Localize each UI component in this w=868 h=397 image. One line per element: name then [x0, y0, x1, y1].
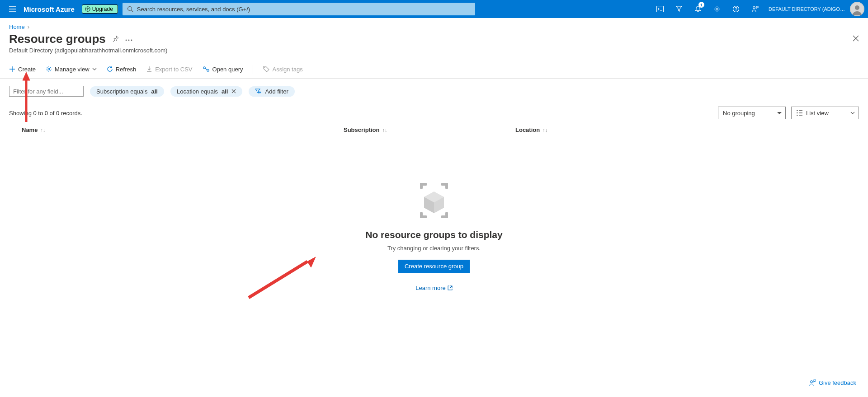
table-header: Name ↑↓ Subscription ↑↓ Location ↑↓ — [0, 122, 868, 138]
chevron-right-icon: › — [28, 23, 29, 30]
empty-hint: Try changing or clearing your filters. — [0, 245, 868, 252]
command-bar: Create Manage view Refresh Export to CSV… — [0, 60, 868, 79]
page-title: Resource groups — [9, 32, 106, 46]
settings-button[interactable] — [708, 0, 726, 18]
grouping-select[interactable]: No grouping — [718, 107, 786, 119]
more-button[interactable] — [125, 36, 132, 42]
manage-view-button[interactable]: Manage view — [46, 66, 97, 73]
empty-state: No resource groups to display Try changi… — [0, 138, 868, 291]
filter-loc-value: all — [222, 88, 228, 95]
svg-point-12 — [48, 68, 50, 70]
download-icon — [146, 66, 152, 72]
cloud-shell-button[interactable] — [651, 0, 669, 18]
svg-point-10 — [128, 40, 129, 41]
upgrade-icon — [85, 6, 90, 12]
learn-more-link[interactable]: Learn more — [415, 285, 452, 291]
grouping-value: No grouping — [723, 110, 755, 117]
breadcrumb: Home › — [0, 18, 868, 30]
view-mode-select[interactable]: List view — [791, 107, 859, 119]
avatar-icon — [851, 3, 863, 15]
refresh-icon — [107, 66, 113, 72]
breadcrumb-home[interactable]: Home — [9, 23, 25, 30]
filter-pill-subscription[interactable]: Subscription equals all — [90, 86, 164, 97]
help-button[interactable] — [727, 0, 745, 18]
column-location[interactable]: Location ↑↓ — [515, 126, 859, 133]
results-meta-row: Showing 0 to 0 of 0 records. No grouping… — [0, 100, 868, 122]
refresh-button[interactable]: Refresh — [107, 66, 137, 73]
gear-small-icon — [46, 66, 52, 72]
filter-loc-label: Location equals — [177, 88, 218, 95]
open-query-button[interactable]: Open query — [203, 66, 243, 73]
topbar-utility-icons: 1 — [651, 0, 764, 18]
svg-line-2 — [131, 10, 133, 12]
svg-point-15 — [264, 67, 265, 68]
plus-icon — [9, 66, 15, 72]
resource-group-icon — [412, 179, 456, 222]
assign-tags-button: Assign tags — [263, 66, 302, 73]
export-csv-button: Export to CSV — [146, 66, 192, 73]
view-mode-value: List view — [806, 110, 829, 117]
global-search-input[interactable] — [137, 6, 471, 13]
account-avatar[interactable] — [850, 2, 864, 16]
filter-loc-clear[interactable] — [231, 88, 236, 95]
hamburger-menu-button[interactable] — [4, 6, 22, 12]
svg-point-1 — [127, 7, 132, 11]
column-subscription[interactable]: Subscription ↑↓ — [344, 126, 515, 133]
sort-icon: ↑↓ — [382, 127, 387, 133]
assign-tags-label: Assign tags — [272, 66, 302, 73]
global-search[interactable] — [123, 3, 475, 15]
pin-icon — [112, 35, 119, 42]
hamburger-icon — [9, 6, 16, 12]
svg-point-13 — [203, 67, 205, 69]
external-link-icon — [448, 285, 453, 290]
filter-pill-location[interactable]: Location equals all — [170, 86, 243, 97]
filter-icon — [675, 5, 683, 13]
svg-rect-3 — [657, 6, 664, 12]
filter-text-input[interactable] — [9, 86, 84, 97]
azure-brand[interactable]: Microsoft Azure — [24, 5, 75, 13]
filter-sub-label: Subscription equals — [96, 88, 147, 95]
query-icon — [203, 66, 210, 72]
page-subtitle: Default Directory (adigopulabharathhotma… — [0, 46, 868, 57]
close-blade-button[interactable] — [853, 34, 859, 44]
refresh-label: Refresh — [116, 66, 137, 73]
create-label: Create — [18, 66, 36, 73]
create-resource-group-button[interactable]: Create resource group — [398, 260, 470, 273]
notifications-button[interactable]: 1 — [689, 0, 707, 18]
page-header: Resource groups — [0, 30, 868, 46]
create-button[interactable]: Create — [9, 66, 36, 73]
pin-button[interactable] — [112, 35, 119, 43]
empty-title: No resource groups to display — [0, 229, 868, 240]
chevron-down-icon — [92, 68, 97, 70]
add-filter-label: Add filter — [265, 88, 288, 95]
feedback-top-button[interactable] — [746, 0, 764, 18]
toolbar-separator — [253, 65, 253, 74]
list-view-icon — [796, 110, 802, 116]
tenant-label[interactable]: DEFAULT DIRECTORY (ADIGOPUL... — [769, 6, 845, 12]
help-icon — [732, 5, 740, 13]
learn-more-label: Learn more — [415, 285, 445, 291]
cloud-shell-icon — [656, 6, 664, 12]
svg-point-14 — [207, 70, 208, 71]
upgrade-button[interactable]: Upgrade — [82, 5, 118, 14]
close-small-icon — [231, 89, 236, 93]
sort-icon: ↑↓ — [542, 127, 547, 133]
filter-sub-value: all — [151, 88, 157, 95]
svg-point-6 — [753, 7, 755, 9]
empty-state-art — [0, 179, 868, 222]
results-count: Showing 0 to 0 of 0 records. — [9, 110, 82, 117]
column-subscription-label: Subscription — [344, 126, 379, 133]
export-csv-label: Export to CSV — [155, 66, 192, 73]
directories-button[interactable] — [670, 0, 688, 18]
sort-icon: ↑↓ — [40, 127, 45, 133]
filter-bar: Subscription equals all Location equals … — [0, 79, 868, 100]
svg-point-8 — [855, 5, 859, 10]
svg-point-11 — [131, 40, 132, 41]
upgrade-label: Upgrade — [92, 6, 113, 12]
svg-point-9 — [125, 40, 127, 41]
open-query-label: Open query — [212, 66, 243, 73]
ellipsis-icon — [125, 39, 132, 41]
column-name[interactable]: Name ↑↓ — [9, 126, 344, 133]
add-filter-button[interactable]: Add filter — [249, 86, 294, 97]
manage-view-label: Manage view — [55, 66, 90, 73]
